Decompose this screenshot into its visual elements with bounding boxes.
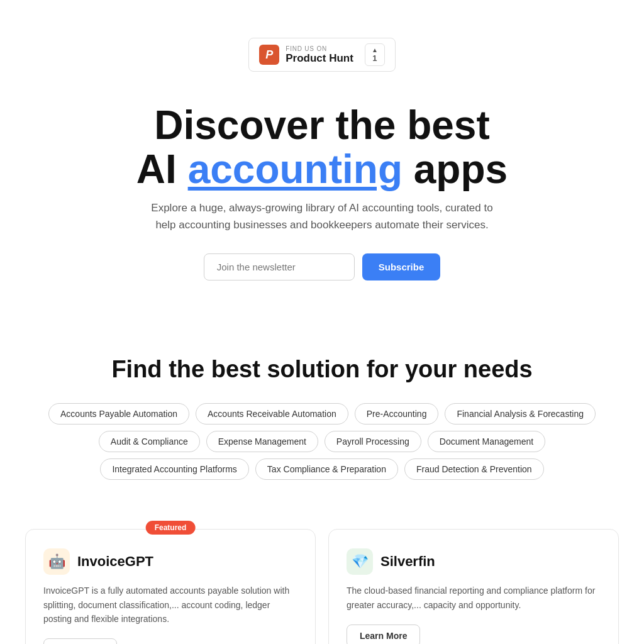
solutions-title: Find the best solution for your needs xyxy=(25,356,619,383)
hero-line2-prefix: AI xyxy=(136,147,188,192)
card-header: 💎 Silverfin xyxy=(347,548,601,575)
ph-vote-count: 1 xyxy=(372,53,377,63)
card-description: The cloud-based financial reporting and … xyxy=(347,584,601,612)
ph-vote-arrow: ▲ xyxy=(372,47,378,53)
subscribe-form: Subscribe xyxy=(25,253,619,280)
tag-pill[interactable]: Tax Compliance & Preparation xyxy=(255,458,398,480)
card-description: InvoiceGPT is a fully automated accounts… xyxy=(43,584,297,626)
tag-pill[interactable]: Financial Analysis & Forecasting xyxy=(445,403,596,425)
hero-line2-accent: accounting xyxy=(188,147,402,192)
card-logo: 🤖 xyxy=(43,548,70,575)
newsletter-input[interactable] xyxy=(204,253,355,280)
tag-pill[interactable]: Accounts Receivable Automation xyxy=(196,403,348,425)
card-logo: 💎 xyxy=(347,548,373,575)
card-name: Silverfin xyxy=(380,553,435,570)
solutions-section: Find the best solution for your needs Ac… xyxy=(25,343,619,529)
tag-pill[interactable]: Audit & Compliance xyxy=(99,431,200,452)
ph-vote-box[interactable]: ▲ 1 xyxy=(365,43,385,66)
product-hunt-section: P FIND US ON Product Hunt ▲ 1 xyxy=(25,0,619,72)
card-cta-button[interactable]: Learn More xyxy=(347,625,420,644)
card-name: InvoiceGPT xyxy=(77,553,153,570)
product-card: Featured 🤖 InvoiceGPT InvoiceGPT is a fu… xyxy=(25,529,316,644)
card-cta-button[interactable]: Learn More xyxy=(43,638,117,644)
subscribe-button[interactable]: Subscribe xyxy=(362,253,441,280)
tag-pill[interactable]: Integrated Accounting Platforms xyxy=(100,458,248,480)
ph-find-us-label: FIND US ON xyxy=(286,45,353,52)
ph-logo-icon: P xyxy=(259,45,279,65)
tag-pill[interactable]: Accounts Payable Automation xyxy=(48,403,189,425)
hero-subtitle: Explore a huge, always-growing library o… xyxy=(146,199,498,233)
cards-grid: Featured 🤖 InvoiceGPT InvoiceGPT is a fu… xyxy=(25,529,619,644)
tag-pill[interactable]: Fraud Detection & Prevention xyxy=(404,458,544,480)
card-header: 🤖 InvoiceGPT xyxy=(43,548,297,575)
hero-section: Discover the best AI accounting apps Exp… xyxy=(25,91,619,343)
featured-badge: Featured xyxy=(146,521,196,535)
ph-text: FIND US ON Product Hunt xyxy=(286,45,353,65)
tag-pill[interactable]: Payroll Processing xyxy=(325,431,421,452)
tag-pill[interactable]: Document Management xyxy=(428,431,545,452)
hero-line1: Discover the best xyxy=(154,103,490,148)
tag-pill[interactable]: Pre-Accounting xyxy=(355,403,439,425)
hero-line2-suffix: apps xyxy=(402,147,508,192)
ph-name-label: Product Hunt xyxy=(286,52,353,65)
tag-pill[interactable]: Expense Management xyxy=(206,431,318,452)
tags-container: Accounts Payable AutomationAccounts Rece… xyxy=(25,403,619,480)
hero-title: Discover the best AI accounting apps xyxy=(25,103,619,192)
product-hunt-badge[interactable]: P FIND US ON Product Hunt ▲ 1 xyxy=(248,38,396,72)
product-card: 💎 Silverfin The cloud-based financial re… xyxy=(328,529,619,644)
